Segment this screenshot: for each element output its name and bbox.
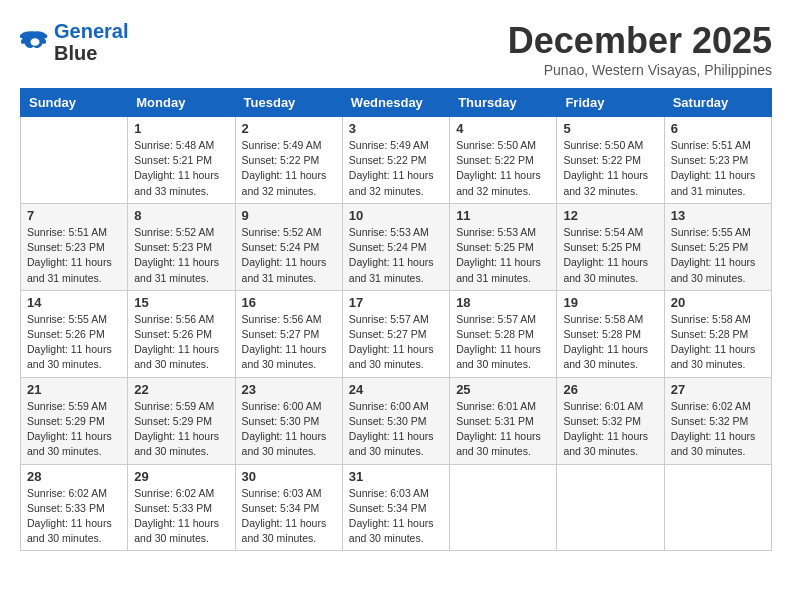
day-info: Sunrise: 5:52 AMSunset: 5:24 PMDaylight:… [242,225,336,286]
day-info: Sunrise: 5:55 AMSunset: 5:26 PMDaylight:… [27,312,121,373]
day-number: 11 [456,208,550,223]
calendar-cell: 1Sunrise: 5:48 AMSunset: 5:21 PMDaylight… [128,117,235,204]
day-header-wednesday: Wednesday [342,89,449,117]
day-number: 21 [27,382,121,397]
calendar-cell: 21Sunrise: 5:59 AMSunset: 5:29 PMDayligh… [21,377,128,464]
day-number: 19 [563,295,657,310]
day-number: 26 [563,382,657,397]
day-info: Sunrise: 6:00 AMSunset: 5:30 PMDaylight:… [242,399,336,460]
day-number: 10 [349,208,443,223]
calendar-cell: 16Sunrise: 5:56 AMSunset: 5:27 PMDayligh… [235,290,342,377]
calendar-cell: 4Sunrise: 5:50 AMSunset: 5:22 PMDaylight… [450,117,557,204]
day-info: Sunrise: 5:56 AMSunset: 5:27 PMDaylight:… [242,312,336,373]
day-number: 4 [456,121,550,136]
day-number: 29 [134,469,228,484]
day-info: Sunrise: 5:48 AMSunset: 5:21 PMDaylight:… [134,138,228,199]
day-info: Sunrise: 5:56 AMSunset: 5:26 PMDaylight:… [134,312,228,373]
calendar-cell: 27Sunrise: 6:02 AMSunset: 5:32 PMDayligh… [664,377,771,464]
calendar-cell: 10Sunrise: 5:53 AMSunset: 5:24 PMDayligh… [342,203,449,290]
calendar-cell: 3Sunrise: 5:49 AMSunset: 5:22 PMDaylight… [342,117,449,204]
calendar-cell: 18Sunrise: 5:57 AMSunset: 5:28 PMDayligh… [450,290,557,377]
calendar-week-row: 7Sunrise: 5:51 AMSunset: 5:23 PMDaylight… [21,203,772,290]
day-number: 28 [27,469,121,484]
day-info: Sunrise: 6:02 AMSunset: 5:32 PMDaylight:… [671,399,765,460]
calendar-cell: 30Sunrise: 6:03 AMSunset: 5:34 PMDayligh… [235,464,342,551]
day-number: 30 [242,469,336,484]
day-info: Sunrise: 5:51 AMSunset: 5:23 PMDaylight:… [671,138,765,199]
logo: General Blue [20,20,128,64]
calendar-cell: 17Sunrise: 5:57 AMSunset: 5:27 PMDayligh… [342,290,449,377]
day-info: Sunrise: 5:59 AMSunset: 5:29 PMDaylight:… [27,399,121,460]
day-info: Sunrise: 5:54 AMSunset: 5:25 PMDaylight:… [563,225,657,286]
day-info: Sunrise: 5:49 AMSunset: 5:22 PMDaylight:… [349,138,443,199]
calendar-cell: 19Sunrise: 5:58 AMSunset: 5:28 PMDayligh… [557,290,664,377]
calendar-cell: 7Sunrise: 5:51 AMSunset: 5:23 PMDaylight… [21,203,128,290]
page-header: General Blue December 2025 Punao, Wester… [20,20,772,78]
day-number: 15 [134,295,228,310]
day-info: Sunrise: 5:51 AMSunset: 5:23 PMDaylight:… [27,225,121,286]
day-info: Sunrise: 5:53 AMSunset: 5:24 PMDaylight:… [349,225,443,286]
day-number: 3 [349,121,443,136]
day-number: 14 [27,295,121,310]
day-number: 1 [134,121,228,136]
logo-text: General Blue [54,20,128,64]
calendar-cell: 26Sunrise: 6:01 AMSunset: 5:32 PMDayligh… [557,377,664,464]
day-number: 27 [671,382,765,397]
day-number: 18 [456,295,550,310]
day-header-thursday: Thursday [450,89,557,117]
day-number: 16 [242,295,336,310]
day-info: Sunrise: 5:52 AMSunset: 5:23 PMDaylight:… [134,225,228,286]
calendar-cell: 31Sunrise: 6:03 AMSunset: 5:34 PMDayligh… [342,464,449,551]
day-info: Sunrise: 5:58 AMSunset: 5:28 PMDaylight:… [563,312,657,373]
day-number: 24 [349,382,443,397]
calendar-cell [664,464,771,551]
day-header-sunday: Sunday [21,89,128,117]
day-info: Sunrise: 5:53 AMSunset: 5:25 PMDaylight:… [456,225,550,286]
day-info: Sunrise: 5:49 AMSunset: 5:22 PMDaylight:… [242,138,336,199]
calendar-cell: 20Sunrise: 5:58 AMSunset: 5:28 PMDayligh… [664,290,771,377]
calendar-cell [557,464,664,551]
calendar-week-row: 21Sunrise: 5:59 AMSunset: 5:29 PMDayligh… [21,377,772,464]
day-info: Sunrise: 6:02 AMSunset: 5:33 PMDaylight:… [27,486,121,547]
day-info: Sunrise: 5:58 AMSunset: 5:28 PMDaylight:… [671,312,765,373]
calendar-cell: 13Sunrise: 5:55 AMSunset: 5:25 PMDayligh… [664,203,771,290]
day-number: 5 [563,121,657,136]
logo-bird-icon [20,28,50,56]
calendar-week-row: 1Sunrise: 5:48 AMSunset: 5:21 PMDaylight… [21,117,772,204]
calendar-cell: 29Sunrise: 6:02 AMSunset: 5:33 PMDayligh… [128,464,235,551]
calendar-cell: 24Sunrise: 6:00 AMSunset: 5:30 PMDayligh… [342,377,449,464]
calendar-table: SundayMondayTuesdayWednesdayThursdayFrid… [20,88,772,551]
day-header-saturday: Saturday [664,89,771,117]
day-info: Sunrise: 6:03 AMSunset: 5:34 PMDaylight:… [349,486,443,547]
day-number: 23 [242,382,336,397]
calendar-cell: 11Sunrise: 5:53 AMSunset: 5:25 PMDayligh… [450,203,557,290]
calendar-cell: 25Sunrise: 6:01 AMSunset: 5:31 PMDayligh… [450,377,557,464]
day-header-tuesday: Tuesday [235,89,342,117]
calendar-cell: 22Sunrise: 5:59 AMSunset: 5:29 PMDayligh… [128,377,235,464]
day-info: Sunrise: 5:55 AMSunset: 5:25 PMDaylight:… [671,225,765,286]
day-info: Sunrise: 5:57 AMSunset: 5:27 PMDaylight:… [349,312,443,373]
calendar-cell [21,117,128,204]
day-info: Sunrise: 6:02 AMSunset: 5:33 PMDaylight:… [134,486,228,547]
day-number: 25 [456,382,550,397]
day-number: 22 [134,382,228,397]
calendar-cell: 8Sunrise: 5:52 AMSunset: 5:23 PMDaylight… [128,203,235,290]
location-text: Punao, Western Visayas, Philippines [508,62,772,78]
calendar-week-row: 14Sunrise: 5:55 AMSunset: 5:26 PMDayligh… [21,290,772,377]
day-info: Sunrise: 6:00 AMSunset: 5:30 PMDaylight:… [349,399,443,460]
title-section: December 2025 Punao, Western Visayas, Ph… [508,20,772,78]
svg-point-0 [31,38,40,46]
day-number: 13 [671,208,765,223]
day-number: 17 [349,295,443,310]
day-info: Sunrise: 5:50 AMSunset: 5:22 PMDaylight:… [563,138,657,199]
day-number: 8 [134,208,228,223]
day-number: 2 [242,121,336,136]
calendar-cell: 28Sunrise: 6:02 AMSunset: 5:33 PMDayligh… [21,464,128,551]
calendar-cell: 14Sunrise: 5:55 AMSunset: 5:26 PMDayligh… [21,290,128,377]
calendar-cell: 2Sunrise: 5:49 AMSunset: 5:22 PMDaylight… [235,117,342,204]
calendar-cell: 12Sunrise: 5:54 AMSunset: 5:25 PMDayligh… [557,203,664,290]
day-number: 6 [671,121,765,136]
day-info: Sunrise: 6:01 AMSunset: 5:32 PMDaylight:… [563,399,657,460]
day-number: 12 [563,208,657,223]
day-info: Sunrise: 6:03 AMSunset: 5:34 PMDaylight:… [242,486,336,547]
